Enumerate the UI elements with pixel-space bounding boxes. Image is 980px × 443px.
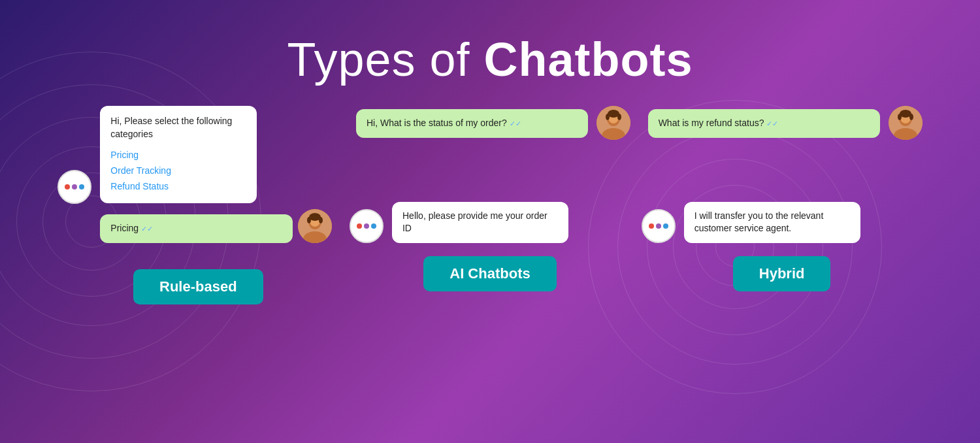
bot-dot-blue-ai [371, 223, 376, 229]
bot-dot-purple [72, 184, 77, 189]
title-normal: Types of [287, 33, 483, 86]
bot-message-ai: Hello, please provide me your order ID [392, 202, 568, 243]
user-avatar-rule-based [298, 209, 332, 243]
bot-icon-hybrid [642, 209, 676, 243]
bot-dots-hybrid [649, 223, 668, 229]
user-message-ai: Hi, What is the status of my order?✓✓ [356, 109, 588, 138]
svg-point-12 [606, 114, 610, 120]
bot-greeting: Hi, Please select the following categori… [110, 115, 246, 140]
background: Types of Chatbots Hi, Please select the … [0, 0, 980, 443]
page-title: Types of Chatbots [0, 0, 980, 86]
menu-item-order-tracking[interactable]: Order Tracking [110, 163, 246, 178]
ai-chatbots-section: Hi, What is the status of my order?✓✓ He… [350, 106, 630, 291]
bot-dot-red [65, 184, 70, 189]
checkmark-rule-based: ✓✓ [141, 225, 153, 233]
bot-dot-purple-hybrid [656, 223, 661, 229]
checkmark-hybrid: ✓✓ [766, 120, 778, 127]
bot-icon-ai [350, 209, 384, 243]
bot-dots-ai [357, 223, 376, 229]
svg-point-13 [617, 114, 621, 120]
ai-chat-area: Hi, What is the status of my order?✓✓ He… [350, 106, 630, 250]
menu-bubble: Hi, Please select the following categori… [100, 106, 257, 203]
bot-dot-blue [79, 184, 84, 189]
svg-point-5 [307, 217, 311, 223]
svg-point-19 [898, 114, 902, 120]
bot-message-text-hybrid: I will transfer you to the relevant cust… [694, 210, 824, 234]
user-message-text-ai: Hi, What is the status of my order? [367, 118, 507, 128]
bot-icon-rule-based [57, 170, 91, 204]
user-message-hybrid: What is my refund status?✓✓ [648, 109, 880, 138]
svg-point-20 [909, 114, 913, 120]
menu-item-pricing[interactable]: Pricing [110, 147, 246, 163]
menu-item-refund-status[interactable]: Refund Status [110, 178, 246, 194]
bot-dot-red-ai [357, 223, 362, 229]
rule-based-section: Hi, Please select the following categori… [57, 106, 338, 304]
bot-dot-red-hybrid [649, 223, 654, 229]
hybrid-section: What is my refund status?✓✓ I will trans… [642, 106, 923, 291]
bot-dot-blue-hybrid [663, 223, 668, 229]
svg-point-6 [319, 217, 323, 223]
user-avatar-ai [596, 106, 630, 140]
user-message-text-hybrid: What is my refund status? [659, 118, 764, 128]
bot-dots [65, 184, 84, 189]
hybrid-chat-area: What is my refund status?✓✓ I will trans… [642, 106, 923, 250]
rule-based-chat-area: Hi, Please select the following categori… [57, 106, 338, 250]
content-area: Hi, Please select the following categori… [0, 86, 980, 304]
bot-message-text-ai: Hello, please provide me your order ID [402, 210, 547, 234]
checkmark-ai: ✓✓ [510, 120, 521, 127]
title-bold: Chatbots [484, 33, 693, 86]
user-avatar-hybrid [889, 106, 923, 140]
ai-chatbots-label: AI Chatbots [423, 256, 556, 291]
bot-dot-purple-ai [364, 223, 369, 229]
bot-message-hybrid: I will transfer you to the relevant cust… [684, 202, 860, 243]
hybrid-label: Hybrid [733, 256, 831, 291]
user-message-text-rule-based: Pricing [110, 223, 139, 233]
user-message-rule-based: Pricing✓✓ [100, 214, 293, 243]
rule-based-label: Rule-based [133, 269, 263, 304]
